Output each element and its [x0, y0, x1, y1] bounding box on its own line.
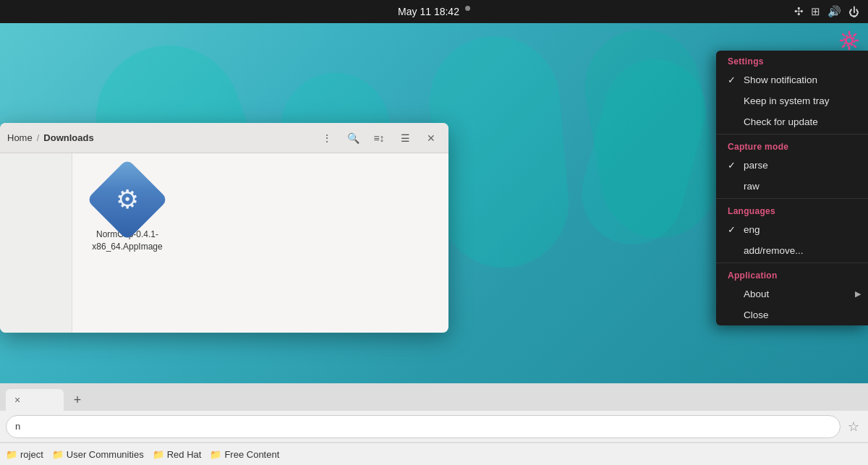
file-manager-window: Home / Downloads ⋮ 🔍 ≡↕ ☰ ✕ ⚙ No: [0, 123, 448, 333]
capture-icon[interactable]: ✣: [794, 5, 804, 18]
fm-view-list-button[interactable]: ≡↕: [369, 128, 389, 148]
menu-divider: [716, 134, 868, 135]
breadcrumb: Home / Downloads: [7, 132, 317, 143]
browser-urlbar: ☆: [0, 411, 868, 443]
browser-bookmarks: 📁 roject 📁 User Communities 📁 Red Hat 📁 …: [0, 443, 868, 465]
check-mark: ✓: [728, 74, 739, 85]
browser-bar: × + ☆ 📁 roject 📁 User Communities 📁 Red …: [0, 383, 868, 465]
menu-item-raw[interactable]: raw: [716, 176, 868, 197]
breadcrumb-separator: /: [37, 132, 40, 143]
fm-toolbar: ⋮ 🔍 ≡↕ ☰ ✕: [317, 128, 441, 148]
fm-content: ⚙ NormCap-0.4.1-x86_64.AppImage: [0, 153, 448, 333]
capture-mode-section-title: Capture mode: [716, 136, 868, 155]
topbar: May 11 18:42 ✣ ⊞ 🔊 ⏻: [0, 0, 868, 23]
menu-item-show-notification[interactable]: ✓ Show notification: [716, 69, 868, 90]
appimage-icon: ⚙: [98, 171, 156, 229]
fm-search-button[interactable]: 🔍: [343, 128, 363, 148]
context-menu: Settings ✓ Show notification Keep in sys…: [716, 51, 868, 325]
network-icon[interactable]: ⊞: [811, 5, 820, 18]
url-input[interactable]: [6, 415, 841, 438]
svg-point-0: [846, 38, 853, 44]
fm-view-toggle-button[interactable]: ☰: [395, 128, 415, 148]
topbar-dot: [465, 6, 470, 11]
browser-tabs: × +: [0, 383, 868, 411]
folder-icon: 📁: [52, 449, 64, 460]
settings-gear-button[interactable]: [836, 27, 862, 54]
gear-symbol: ⚙: [116, 184, 139, 215]
topbar-right: ✣ ⊞ 🔊 ⏻: [794, 5, 859, 18]
check-mark-eng: ✓: [728, 224, 739, 235]
menu-item-keep-system-tray[interactable]: Keep in system tray: [716, 90, 868, 111]
menu-item-close[interactable]: Close: [716, 304, 868, 325]
fm-sidebar: [0, 153, 72, 333]
folder-icon: 📁: [6, 449, 17, 460]
file-item[interactable]: ⚙ NormCap-0.4.1-x86_64.AppImage: [84, 165, 171, 259]
tab-close[interactable]: ×: [14, 394, 20, 406]
menu-item-about[interactable]: About ▶: [716, 283, 868, 304]
menu-item-add-remove[interactable]: add/remove...: [716, 240, 868, 261]
fm-close-button[interactable]: ✕: [421, 128, 441, 148]
bookmark-item-project[interactable]: 📁 roject: [6, 449, 43, 460]
menu-item-eng[interactable]: ✓ eng: [716, 219, 868, 240]
fm-main-area: ⚙ NormCap-0.4.1-x86_64.AppImage: [72, 153, 448, 333]
datetime-label: May 11 18:42: [398, 6, 459, 17]
topbar-datetime: May 11 18:42: [398, 6, 470, 17]
languages-section-title: Languages: [716, 200, 868, 219]
power-icon[interactable]: ⏻: [848, 6, 859, 18]
bookmark-item-free-content[interactable]: 📁 Free Content: [210, 449, 279, 460]
application-section-title: Application: [716, 265, 868, 283]
menu-item-check-update[interactable]: Check for update: [716, 111, 868, 132]
bookmark-item-user-communities[interactable]: 📁 User Communities: [52, 449, 144, 460]
fm-menu-button[interactable]: ⋮: [317, 128, 337, 148]
volume-icon[interactable]: 🔊: [827, 5, 841, 18]
submenu-arrow: ▶: [855, 289, 861, 299]
folder-icon: 📁: [153, 449, 164, 460]
check-mark-parse: ✓: [728, 160, 739, 171]
new-tab-button[interactable]: +: [67, 389, 88, 411]
folder-icon: 📁: [210, 449, 221, 460]
menu-divider: [716, 198, 868, 199]
breadcrumb-home[interactable]: Home: [7, 132, 33, 143]
menu-item-parse[interactable]: ✓ parse: [716, 155, 868, 176]
bookmark-item-red-hat[interactable]: 📁 Red Hat: [153, 449, 202, 460]
bookmark-star[interactable]: ☆: [845, 416, 862, 438]
file-manager-titlebar: Home / Downloads ⋮ 🔍 ≡↕ ☰ ✕: [0, 123, 448, 153]
browser-tab[interactable]: ×: [6, 389, 64, 411]
menu-divider: [716, 263, 868, 263]
desktop: May 11 18:42 ✣ ⊞ 🔊 ⏻ Home / Downloads ⋮: [0, 0, 868, 465]
breadcrumb-current: Downloads: [43, 132, 93, 143]
